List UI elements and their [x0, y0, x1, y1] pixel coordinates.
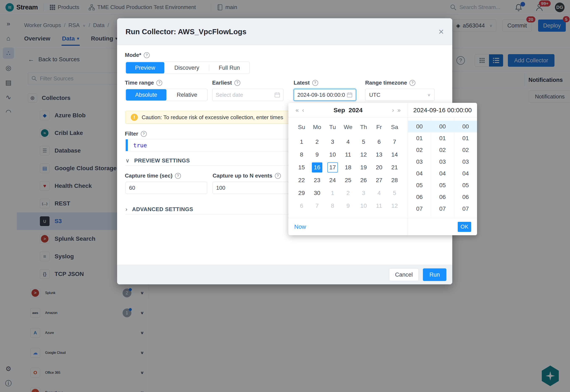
latest-date-field[interactable] [297, 92, 345, 98]
date-cell[interactable]: 27 [371, 174, 387, 187]
date-8-muted[interactable]: 8 [327, 201, 338, 211]
date-14[interactable]: 14 [389, 150, 400, 160]
ok-button[interactable]: OK [458, 222, 471, 232]
date-29[interactable]: 29 [296, 188, 307, 198]
help-icon[interactable]: ? [312, 80, 318, 86]
date-1-muted[interactable]: 1 [327, 188, 338, 198]
date-9-muted[interactable]: 9 [343, 201, 353, 211]
date-7-muted[interactable]: 7 [312, 201, 322, 211]
date-cell[interactable]: 1 [325, 187, 340, 199]
date-cell[interactable]: 11 [340, 148, 356, 161]
date-18[interactable]: 18 [343, 162, 353, 172]
hours-option[interactable]: 01 [408, 132, 431, 144]
date-cell[interactable]: 16 [309, 161, 325, 174]
date-cell[interactable]: 13 [371, 148, 387, 161]
minutes-option[interactable]: 05 [431, 180, 454, 191]
date-28[interactable]: 28 [389, 175, 400, 185]
date-cell[interactable]: 3 [325, 135, 340, 148]
date-cell[interactable]: 23 [309, 174, 325, 187]
date-cell[interactable]: 10 [356, 199, 371, 212]
date-12-muted[interactable]: 12 [389, 201, 400, 211]
minutes-option[interactable]: 00 [431, 121, 454, 132]
hours-option[interactable]: 03 [408, 156, 431, 168]
date-9[interactable]: 9 [312, 150, 322, 160]
date-3[interactable]: 3 [327, 137, 338, 147]
hours-option[interactable]: 05 [408, 180, 431, 191]
date-cell[interactable]: 10 [325, 148, 340, 161]
minutes-option[interactable]: 07 [431, 203, 454, 215]
seconds-option[interactable]: 04 [454, 168, 477, 180]
date-19[interactable]: 19 [358, 162, 369, 172]
date-cell[interactable]: 29 [294, 187, 309, 199]
date-cell[interactable]: 19 [356, 161, 371, 174]
help-icon[interactable]: ? [156, 80, 162, 86]
date-24[interactable]: 24 [327, 175, 338, 185]
date-cell[interactable]: 25 [340, 174, 356, 187]
date-20[interactable]: 20 [374, 162, 384, 172]
advanced-settings-toggle[interactable]: › ADVANCED SETTINGS [125, 206, 193, 212]
mode-discovery[interactable]: Discovery [165, 62, 209, 74]
date-17-today[interactable]: 17 [327, 162, 338, 172]
date-cell[interactable]: 6 [294, 199, 309, 212]
hours-option[interactable]: 06 [408, 191, 431, 203]
minutes-option[interactable]: 01 [431, 132, 454, 144]
date-6-muted[interactable]: 6 [296, 201, 307, 211]
date-5-muted[interactable]: 5 [389, 188, 400, 198]
preview-settings-toggle[interactable]: ∨ PREVIEW SETTINGS [125, 157, 190, 164]
help-icon[interactable]: ? [235, 80, 240, 86]
mode-preview[interactable]: Preview [126, 62, 164, 73]
date-cell[interactable]: 17 [325, 161, 340, 174]
date-cell[interactable]: 12 [356, 148, 371, 161]
date-21[interactable]: 21 [389, 162, 400, 172]
date-23[interactable]: 23 [312, 175, 322, 185]
hours-option[interactable]: 07 [408, 203, 431, 215]
date-cell[interactable]: 9 [309, 148, 325, 161]
date-cell[interactable]: 21 [387, 161, 402, 174]
date-cell[interactable]: 12 [387, 199, 402, 212]
date-cell[interactable]: 8 [325, 199, 340, 212]
help-icon[interactable]: ? [275, 173, 281, 179]
help-icon[interactable]: ? [144, 52, 150, 58]
date-2-muted[interactable]: 2 [343, 188, 353, 198]
date-cell[interactable]: 26 [356, 174, 371, 187]
month-year-label[interactable]: Sep 2024 [306, 107, 390, 114]
date-8[interactable]: 8 [296, 150, 307, 160]
seconds-option[interactable]: 03 [454, 156, 477, 168]
time-range-relative[interactable]: Relative [167, 89, 207, 101]
date-11-muted[interactable]: 11 [374, 201, 384, 211]
date-cell[interactable]: 11 [371, 199, 387, 212]
seconds-option[interactable]: 02 [454, 144, 477, 156]
hours-option[interactable]: 04 [408, 168, 431, 180]
prev-month-button[interactable]: ‹ [301, 107, 306, 113]
date-cell[interactable]: 1 [294, 135, 309, 148]
next-year-button[interactable]: » [396, 107, 402, 113]
date-4-muted[interactable]: 4 [374, 188, 384, 198]
minutes-option[interactable]: 03 [431, 156, 454, 168]
help-icon[interactable]: ? [409, 80, 415, 86]
date-27[interactable]: 27 [374, 175, 384, 185]
date-2[interactable]: 2 [312, 137, 322, 147]
date-25[interactable]: 25 [343, 175, 353, 185]
date-cell[interactable]: 5 [387, 187, 402, 199]
prev-year-button[interactable]: « [294, 107, 301, 113]
latest-date-input[interactable] [294, 89, 356, 101]
date-cell[interactable]: 3 [356, 187, 371, 199]
time-range-absolute[interactable]: Absolute [126, 89, 167, 100]
date-11[interactable]: 11 [343, 150, 353, 160]
date-cell[interactable]: 20 [371, 161, 387, 174]
date-10-muted[interactable]: 10 [358, 201, 369, 211]
date-15[interactable]: 15 [296, 162, 307, 172]
now-link[interactable]: Now [294, 224, 306, 230]
date-cell[interactable]: 28 [387, 174, 402, 187]
date-3-muted[interactable]: 3 [358, 188, 369, 198]
date-30[interactable]: 30 [312, 188, 322, 198]
help-icon[interactable]: ? [175, 173, 181, 179]
seconds-option[interactable]: 07 [454, 203, 477, 215]
capture-events-input[interactable] [213, 182, 294, 194]
date-cell[interactable]: 7 [387, 135, 402, 148]
date-5[interactable]: 5 [358, 137, 369, 147]
date-12[interactable]: 12 [358, 150, 369, 160]
minutes-option[interactable]: 02 [431, 144, 454, 156]
range-timezone-select[interactable]: UTC ∨ [365, 89, 435, 101]
capture-time-input[interactable] [125, 182, 207, 194]
